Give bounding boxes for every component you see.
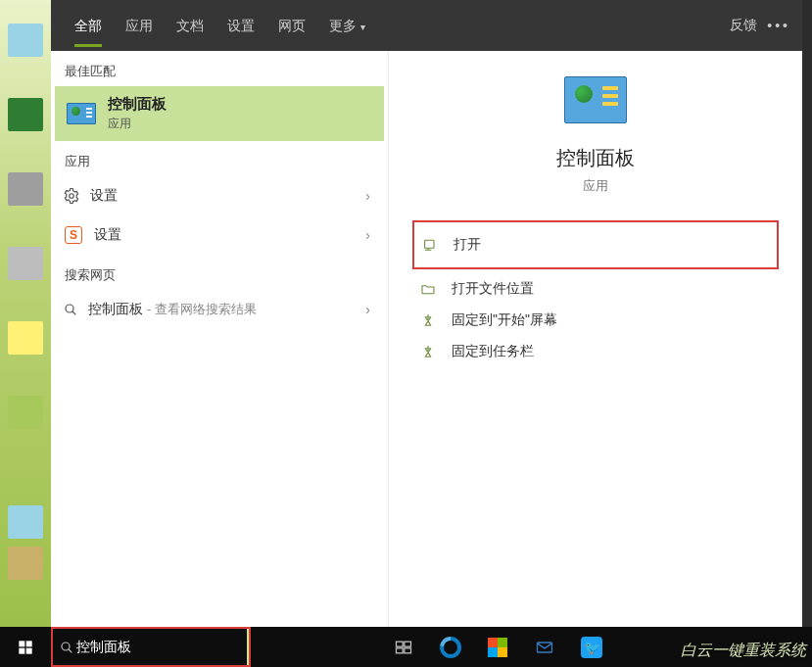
svg-rect-11 [405, 642, 411, 646]
taskbar: 🐦 [0, 627, 812, 667]
taskbar-search-input[interactable] [74, 629, 250, 665]
section-best-match: 最佳匹配 [51, 51, 388, 86]
tab-settings[interactable]: 设置 [215, 0, 266, 51]
twitter-icon[interactable]: 🐦 [580, 636, 603, 659]
detail-column: 控制面板 应用 打开 打开文件位置 [389, 51, 802, 627]
action-pin-taskbar[interactable]: 固定到任务栏 [412, 336, 779, 367]
more-options-icon[interactable]: ••• [767, 18, 790, 33]
store-icon[interactable] [486, 636, 509, 659]
search-icon [59, 640, 74, 655]
section-web: 搜索网页 [51, 255, 388, 290]
detail-title: 控制面板 [389, 145, 802, 171]
action-label: 打开文件位置 [452, 280, 534, 298]
svg-point-8 [62, 643, 70, 650]
desktop-wallpaper-strip [0, 0, 51, 627]
task-view-icon[interactable] [392, 636, 415, 659]
chevron-right-icon: › [365, 227, 370, 243]
search-tabs: 全部 应用 文档 设置 网页 更多▾ 反馈 ••• [51, 0, 802, 51]
tab-more[interactable]: 更多▾ [317, 0, 377, 51]
app-row-settings-2[interactable]: S 设置 › [51, 215, 388, 255]
svg-point-1 [66, 305, 73, 312]
tab-web[interactable]: 网页 [266, 0, 317, 51]
svg-rect-7 [26, 647, 32, 653]
svg-rect-14 [538, 643, 552, 652]
best-match-title: 控制面板 [108, 95, 167, 114]
detail-sub: 应用 [389, 177, 802, 195]
svg-line-2 [72, 311, 75, 314]
tab-apps[interactable]: 应用 [114, 0, 165, 51]
tab-documents[interactable]: 文档 [165, 0, 215, 51]
chevron-right-icon: › [365, 302, 370, 317]
svg-rect-13 [405, 647, 411, 652]
web-row-label: 控制面板 [88, 301, 143, 318]
web-row-sub: - 查看网络搜索结果 [147, 301, 257, 318]
feedback-link[interactable]: 反馈 [730, 17, 757, 34]
search-icon [63, 302, 78, 317]
start-button[interactable] [0, 627, 51, 667]
tab-all[interactable]: 全部 [63, 0, 114, 51]
folder-icon [420, 280, 438, 298]
pin-icon [420, 311, 438, 329]
action-label: 打开 [454, 236, 481, 254]
search-panel: 全部 应用 文档 设置 网页 更多▾ 反馈 ••• 最佳匹配 控制面板 应用 [51, 0, 802, 627]
section-apps: 应用 [51, 141, 388, 176]
sogou-icon: S [63, 224, 84, 246]
svg-rect-10 [397, 642, 404, 646]
results-column: 最佳匹配 控制面板 应用 应用 设置 › S [51, 51, 389, 627]
best-match-sub: 应用 [108, 116, 167, 132]
taskbar-search-box[interactable] [51, 627, 249, 667]
mail-icon[interactable] [533, 636, 556, 659]
app-row-settings-1[interactable]: 设置 › [51, 176, 388, 215]
svg-line-9 [69, 649, 72, 652]
open-icon [422, 236, 440, 254]
app-row-label: 设置 [90, 187, 118, 205]
control-panel-icon [564, 76, 627, 123]
action-label: 固定到任务栏 [452, 343, 534, 360]
action-open[interactable]: 打开 [412, 220, 779, 269]
action-label: 固定到"开始"屏幕 [452, 311, 557, 329]
svg-rect-6 [19, 647, 24, 653]
pin-icon [420, 343, 438, 360]
gear-icon [63, 187, 80, 205]
svg-rect-4 [19, 641, 24, 646]
chevron-right-icon: › [365, 188, 370, 204]
svg-rect-5 [26, 641, 32, 646]
web-row[interactable]: 控制面板 - 查看网络搜索结果 › [51, 290, 388, 329]
app-row-label: 设置 [94, 226, 121, 244]
action-pin-start[interactable]: 固定到"开始"屏幕 [412, 305, 779, 336]
best-match-item[interactable]: 控制面板 应用 [55, 86, 384, 141]
action-open-location[interactable]: 打开文件位置 [412, 273, 779, 305]
svg-point-0 [70, 194, 74, 199]
svg-rect-3 [425, 240, 434, 248]
control-panel-icon [67, 103, 96, 124]
edge-icon[interactable] [439, 636, 462, 659]
chevron-down-icon: ▾ [360, 22, 365, 32]
svg-rect-12 [397, 647, 404, 652]
